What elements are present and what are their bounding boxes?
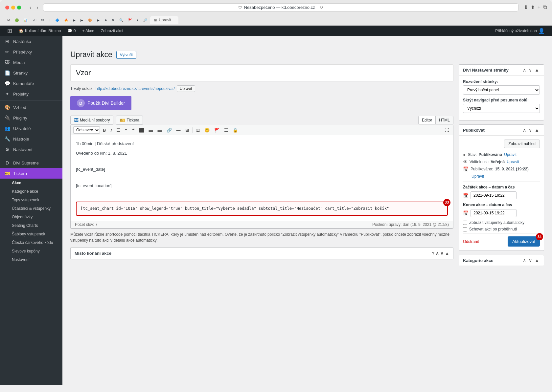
divi-settings-expand[interactable]: ∨	[528, 67, 533, 73]
sidebar-sub-nastaveni[interactable]: Nastavení	[0, 255, 62, 264]
forward-button[interactable]: ›	[34, 4, 40, 11]
browser-tab-favicon-q[interactable]: 🔎	[141, 17, 149, 23]
publish-expand[interactable]: ∨	[528, 127, 533, 133]
browser-tab-favicon-m[interactable]: M	[5, 17, 12, 23]
publish-close[interactable]: ▲	[534, 127, 540, 133]
ol-button[interactable]: ≡	[123, 127, 129, 133]
reload-icon[interactable]: ↺	[320, 5, 323, 10]
published-edit-link[interactable]: Upravit	[472, 174, 484, 179]
bold-button[interactable]: B	[101, 127, 107, 133]
sidebar-sub-objednavky[interactable]: Objednávky	[0, 213, 62, 221]
misto-close-icon[interactable]: ▲	[445, 251, 449, 256]
permalink-edit-button[interactable]: Upravit	[177, 85, 195, 92]
align-left-button[interactable]: ⬛	[137, 127, 146, 133]
active-tab[interactable]: ⊞ Upravit...	[150, 16, 178, 24]
sidebar-item-plugins[interactable]: 🔌 Pluginy	[0, 113, 62, 123]
sidebar-item-divi[interactable]: D Divi Supreme	[0, 158, 62, 168]
link-button[interactable]: 🔗	[165, 127, 173, 133]
browser-tab-favicon-yt3[interactable]: ▶	[95, 17, 102, 23]
permalink-link[interactable]: http://kd.obecbrezno.cz/tc-events/nepouz…	[96, 86, 175, 91]
misto-header[interactable]: Místo konání akce ? ∧ ∨ ▲	[71, 248, 453, 259]
remove-button[interactable]: Odstranit	[463, 239, 479, 244]
browser-tab-favicon-20[interactable]: 20	[31, 17, 38, 23]
browser-tab-favicon-yt2[interactable]: ▶	[79, 17, 85, 23]
align-center-button[interactable]: ▬	[147, 127, 155, 133]
italic-button[interactable]: I	[109, 127, 113, 133]
sidebar-sub-seating[interactable]: Seating Charts	[0, 221, 62, 230]
hr-button[interactable]: —	[175, 127, 182, 133]
editor-tab-editor[interactable]: Editor	[418, 116, 436, 124]
browser-tab-favicon-flower[interactable]: ❋	[110, 17, 116, 23]
view-item[interactable]: Zobrazit akci	[98, 26, 126, 36]
post-title-input[interactable]	[70, 64, 453, 81]
menu-button[interactable]: ☰	[222, 127, 230, 133]
share-icon[interactable]: ⬆	[531, 4, 535, 11]
sidebar-item-pages[interactable]: 📄 Stránky	[0, 68, 62, 78]
nav-select[interactable]: Výchozí	[463, 104, 540, 113]
editor-tab-html[interactable]: HTML	[435, 116, 453, 124]
browser-tab-favicon-bar[interactable]: 📊	[22, 17, 30, 23]
emoji-button[interactable]: 😊	[203, 127, 211, 133]
sidebar-item-media[interactable]: 🖼 Média	[0, 57, 62, 68]
flag-button[interactable]: 🚩	[213, 127, 221, 133]
align-right-button[interactable]: ▬	[156, 127, 164, 133]
update-button[interactable]: Aktualizovat 34	[508, 236, 540, 247]
divi-builder-button[interactable]: D Použít Divi Builder	[70, 96, 131, 110]
wp-logo-item[interactable]: ⊞	[4, 26, 15, 36]
format-select[interactable]: Odstavec	[73, 126, 100, 134]
special-chars-button[interactable]: Ω	[195, 127, 201, 133]
browser-tab-favicon-win[interactable]: 🔷	[53, 17, 61, 23]
sidebar-sub-sablony[interactable]: Šablony vstupenek	[0, 230, 62, 238]
sidebar-sub-kategorie[interactable]: Kategorie akce	[0, 187, 62, 196]
close-dot[interactable]	[5, 6, 9, 10]
browser-tab-favicon-info[interactable]: ℹ	[135, 17, 140, 23]
sidebar-item-comments[interactable]: 💬 Komentáře	[0, 78, 62, 89]
browser-tab-favicon-yt1[interactable]: ▶	[71, 17, 78, 23]
lock-button[interactable]: 🔒	[231, 127, 240, 133]
sidebar-sub-slevove[interactable]: Slevové kupóny	[0, 247, 62, 255]
kategorie-header[interactable]: Kategorie akce ∧ ∨ ▲	[459, 255, 544, 266]
sidebar-item-tools[interactable]: 🔧 Nástroje	[0, 134, 62, 144]
minimize-dot[interactable]	[11, 6, 15, 10]
kategorie-collapse[interactable]: ∧	[522, 258, 527, 263]
browser-tab-favicon-flag[interactable]: 🚩	[126, 17, 134, 23]
new-tab-icon[interactable]: +	[538, 4, 540, 11]
browser-tab-favicon-a[interactable]: A	[103, 17, 109, 23]
sidebar-item-dashboard[interactable]: ⊞ Nástěnka	[0, 36, 62, 47]
site-name-item[interactable]: 🏠 Kulturní dům Březno	[15, 26, 64, 36]
preview-button[interactable]: Zobrazit náhled	[504, 140, 540, 148]
browser-tab-favicon-g[interactable]: 🟢	[13, 17, 21, 23]
browser-tab-favicon-j[interactable]: J	[47, 17, 52, 23]
sidebar-item-users[interactable]: 👥 Uživatelé	[0, 123, 62, 134]
editor-content[interactable]: 1h 00min | Dětské představení Uvedeno do…	[71, 135, 453, 221]
divi-settings-header[interactable]: Divi Nastavení stránky ∧ ∨ ▲	[459, 65, 544, 76]
table-button[interactable]: ⊞	[184, 127, 191, 133]
create-button[interactable]: Vytvořit	[116, 51, 137, 59]
fullscreen-button[interactable]: ⛶	[443, 127, 450, 133]
media-files-button[interactable]: 🖼 Mediální soubory	[70, 116, 113, 125]
publish-collapse[interactable]: ∧	[522, 127, 527, 133]
browser-tab-favicon-search[interactable]: 🔍	[117, 17, 125, 23]
maximize-dot[interactable]	[17, 6, 21, 10]
browser-tab-favicon-col[interactable]: 🎨	[86, 17, 94, 23]
sidebar-sub-typy[interactable]: Typy vstupenek	[0, 196, 62, 204]
sidebar-sub-akce[interactable]: Akce	[0, 179, 62, 187]
misto-collapse-icon[interactable]: ∧	[436, 251, 439, 256]
sidebar-sub-ctecka[interactable]: Čtečka čárkového kódu	[0, 238, 62, 247]
back-button[interactable]: ‹	[28, 4, 33, 11]
browser-tab-favicon-mail[interactable]: ✉	[39, 17, 46, 23]
address-bar[interactable]: 🛡 Nezabezpečeno — kd.obecbrezno.cz ↺	[43, 3, 518, 11]
layout-select[interactable]: Pravý boční panel	[463, 85, 540, 95]
checkbox-vstupenky[interactable]	[463, 221, 467, 225]
sidebar-item-projects[interactable]: ✦ Projekty	[0, 89, 62, 99]
divi-settings-close[interactable]: ▲	[534, 67, 540, 73]
ul-button[interactable]: ☰	[115, 127, 122, 133]
tickera-toolbar-button[interactable]: 🎫 Tickera	[116, 116, 143, 125]
user-item[interactable]: Přihlášený uživatel: dan 👤	[492, 26, 548, 36]
viditelnost-edit-link[interactable]: Upravit	[507, 160, 519, 164]
end-datetime-input[interactable]	[471, 209, 517, 217]
sidebar-item-posts[interactable]: ✏ Příspěvky	[0, 47, 62, 57]
start-datetime-input[interactable]	[471, 191, 517, 199]
publish-header[interactable]: Publikovat ∧ ∨ ▲	[459, 125, 544, 136]
checkbox-schovat[interactable]	[463, 227, 467, 231]
